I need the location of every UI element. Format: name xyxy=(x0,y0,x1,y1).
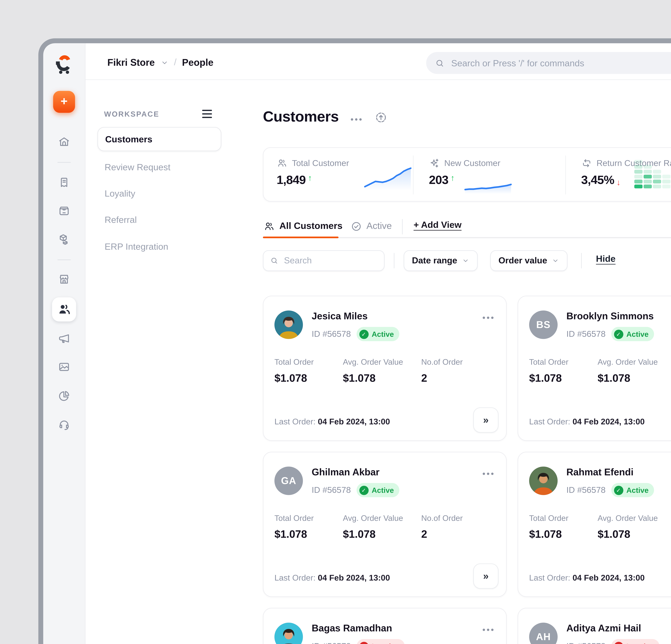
avatar: GA xyxy=(275,467,303,495)
status-label: Inactive xyxy=(626,642,654,644)
global-search-input[interactable] xyxy=(450,57,671,69)
stat-avg-order-value: Avg. Order Value $1.078 xyxy=(598,514,658,541)
export-icon[interactable] xyxy=(375,111,387,124)
status-label: Active xyxy=(626,486,648,494)
stat-no-of-order: No.of Order 2 xyxy=(421,358,463,384)
status-badge: ✓ Active xyxy=(611,327,654,341)
add-button[interactable]: + xyxy=(53,91,75,113)
stat-value: 1,849↑ xyxy=(277,173,312,187)
last-order: Last Order: 04 Feb 2024, 13:00 xyxy=(529,417,645,426)
orders-box-icon[interactable] xyxy=(58,204,71,217)
stat-divider xyxy=(413,155,414,194)
tab-active[interactable]: Active xyxy=(351,218,392,234)
add-view-button[interactable]: + Add View xyxy=(414,220,461,230)
status-label: Active xyxy=(372,330,394,338)
stat-avg-order-value: Avg. Order Value $1.078 xyxy=(343,514,403,541)
date-range-filter[interactable]: Date range xyxy=(404,250,478,271)
users-icon xyxy=(263,220,275,232)
stat-value: 3,45%↓ xyxy=(581,173,620,187)
order-value-filter[interactable]: Order value xyxy=(490,250,567,271)
stat-value: 203↑ xyxy=(429,173,454,187)
list-search[interactable] xyxy=(263,250,384,271)
stat-avg-order-value: Avg. Order Value $1.078 xyxy=(343,358,403,384)
avatar: BS xyxy=(529,310,558,339)
customer-id: ID #56578 xyxy=(566,641,606,644)
status-badge: ✕ Inactive xyxy=(611,639,659,644)
rail-divider xyxy=(58,162,71,163)
card-more-button[interactable]: ••• xyxy=(482,625,495,634)
breadcrumb: Fikri Store / People xyxy=(107,55,214,70)
filter-label: Order value xyxy=(498,256,547,266)
customer-id-row: ID #56578 ✕ Inactive xyxy=(312,639,405,644)
status-dot-icon: ✓ xyxy=(614,486,623,495)
status-dot-icon: ✓ xyxy=(359,486,368,495)
sparkles-icon xyxy=(429,158,440,169)
card-more-button[interactable]: ••• xyxy=(482,469,495,478)
hide-button[interactable]: Hide xyxy=(596,254,616,264)
search-icon xyxy=(435,58,445,68)
customer-id: ID #56578 xyxy=(312,641,351,644)
list-search-input[interactable] xyxy=(283,255,377,266)
global-search[interactable] xyxy=(426,52,671,74)
customer-id: ID #56578 xyxy=(566,329,606,339)
status-badge: ✓ Active xyxy=(356,483,400,497)
sidebar-item-erp-integration[interactable]: ERP Integration xyxy=(105,242,168,252)
tab-label: All Customers xyxy=(279,221,342,232)
home-icon[interactable] xyxy=(58,135,71,149)
status-dot-icon: ✕ xyxy=(614,642,623,644)
users-icon xyxy=(277,158,288,169)
tab-all-customers[interactable]: All Customers xyxy=(263,218,342,234)
header-divider xyxy=(86,79,671,80)
cart-logo-icon[interactable] xyxy=(53,53,76,76)
customer-id-row: ID #56578 ✓ Active xyxy=(566,483,654,497)
chevron-down-icon[interactable] xyxy=(160,59,168,66)
stat-total-order: Total Order $1.078 xyxy=(529,358,569,384)
customers-icon xyxy=(57,302,71,317)
customer-id-row: ID #56578 ✓ Active xyxy=(566,327,654,341)
trend-up-icon: ↑ xyxy=(308,173,312,182)
avatar-photo xyxy=(275,623,303,644)
sidebar-item-customers[interactable] xyxy=(52,297,76,321)
sidebar-item-referral[interactable]: Referral xyxy=(105,215,137,225)
sidebar-item-review-request[interactable]: Review Request xyxy=(105,162,170,172)
card-more-button[interactable]: ••• xyxy=(482,313,495,322)
open-customer-button[interactable]: » xyxy=(473,408,498,433)
active-tab-indicator xyxy=(263,236,339,238)
sparkline-total-customer xyxy=(365,164,411,191)
marketing-megaphone-icon[interactable] xyxy=(58,332,71,345)
customer-id: ID #56578 xyxy=(312,485,351,495)
filter-divider xyxy=(394,253,394,268)
customer-card: BS Brooklyn Simmons ID #56578 ✓ Active •… xyxy=(518,296,671,441)
customer-name: Jesica Miles xyxy=(312,310,368,322)
media-image-icon[interactable] xyxy=(58,360,71,374)
page-more-button[interactable]: ••• xyxy=(351,114,363,124)
support-headset-icon[interactable] xyxy=(58,418,71,432)
products-cube-icon[interactable] xyxy=(58,233,71,246)
analytics-pie-icon[interactable] xyxy=(58,389,71,402)
customer-name: Brooklyn Simmons xyxy=(566,310,654,322)
receipt-icon[interactable] xyxy=(58,176,71,189)
last-order: Last Order: 04 Feb 2024, 13:00 xyxy=(529,573,645,582)
breadcrumb-page[interactable]: People xyxy=(182,56,213,68)
avatar-initials: AH xyxy=(536,631,551,643)
storefront-icon[interactable] xyxy=(58,273,71,286)
stat-label: New Customer xyxy=(444,158,500,168)
customer-id-row: ID #56578 ✓ Active xyxy=(312,327,399,341)
status-badge: ✓ Active xyxy=(611,483,654,497)
sidebar-item-loyality[interactable]: Loyality xyxy=(105,188,135,199)
menu-icon[interactable] xyxy=(202,109,213,119)
tabs-divider xyxy=(402,219,403,234)
last-order: Last Order: 04 Feb 2024, 13:00 xyxy=(275,573,390,582)
avatar xyxy=(529,467,558,495)
breadcrumb-store[interactable]: Fikri Store xyxy=(107,56,155,68)
trend-up-icon: ↑ xyxy=(451,173,454,182)
avatar xyxy=(275,310,303,339)
customer-id: ID #56578 xyxy=(312,329,351,339)
screen: + Fikri Store / People xyxy=(0,0,671,644)
status-dot-icon: ✓ xyxy=(359,330,368,339)
avatar-photo xyxy=(529,467,558,495)
sidebar-item-customers-page[interactable]: Customers xyxy=(98,127,221,151)
open-customer-button[interactable]: » xyxy=(473,564,498,589)
customer-card: AH Aditya Azmi Hail ID #56578 ✕ Inactive… xyxy=(518,608,671,644)
rail-divider xyxy=(58,260,71,260)
